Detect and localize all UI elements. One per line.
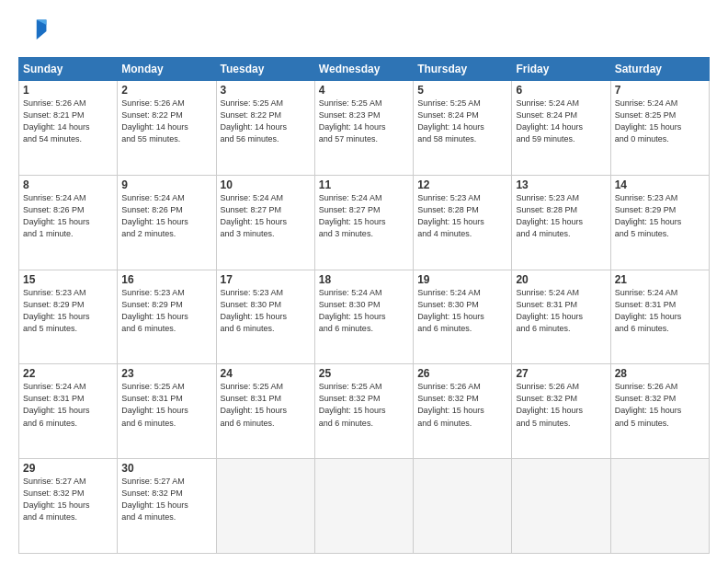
calendar-cell: 24Sunrise: 5:25 AMSunset: 8:31 PMDayligh…: [216, 364, 314, 459]
day-number: 26: [417, 367, 507, 380]
day-number: 12: [417, 178, 507, 191]
calendar-cell: 20Sunrise: 5:24 AMSunset: 8:31 PMDayligh…: [512, 270, 610, 364]
day-info: Sunrise: 5:23 AMSunset: 8:30 PMDaylight:…: [221, 287, 311, 335]
day-number: 7: [615, 84, 705, 97]
calendar-page: Sunday Monday Tuesday Wednesday Thursday…: [0, 0, 728, 563]
day-number: 14: [615, 178, 705, 191]
day-number: 6: [516, 84, 606, 97]
calendar-cell: 27Sunrise: 5:26 AMSunset: 8:32 PMDayligh…: [512, 364, 610, 459]
day-number: 30: [121, 462, 211, 475]
day-number: 19: [417, 273, 507, 286]
calendar-row: 1Sunrise: 5:26 AMSunset: 8:21 PMDaylight…: [19, 81, 710, 176]
calendar-cell: 6Sunrise: 5:24 AMSunset: 8:24 PMDaylight…: [512, 81, 610, 176]
day-number: 17: [221, 273, 311, 286]
day-info: Sunrise: 5:24 AMSunset: 8:27 PMDaylight:…: [319, 192, 409, 240]
day-number: 20: [516, 273, 606, 286]
calendar-cell: 2Sunrise: 5:26 AMSunset: 8:22 PMDaylight…: [118, 81, 216, 176]
calendar-cell: 10Sunrise: 5:24 AMSunset: 8:27 PMDayligh…: [216, 175, 314, 270]
day-info: Sunrise: 5:24 AMSunset: 8:26 PMDaylight:…: [23, 192, 113, 240]
day-number: 21: [615, 273, 705, 286]
calendar-cell: [610, 459, 709, 554]
calendar-cell: 15Sunrise: 5:23 AMSunset: 8:29 PMDayligh…: [19, 270, 118, 364]
header: [18, 17, 710, 50]
day-info: Sunrise: 5:25 AMSunset: 8:32 PMDaylight:…: [319, 381, 409, 429]
calendar-cell: 1Sunrise: 5:26 AMSunset: 8:21 PMDaylight…: [19, 81, 118, 176]
header-thursday: Thursday: [414, 58, 512, 81]
day-number: 18: [319, 273, 409, 286]
day-number: 10: [221, 178, 311, 191]
calendar-cell: 28Sunrise: 5:26 AMSunset: 8:32 PMDayligh…: [610, 364, 709, 459]
day-info: Sunrise: 5:24 AMSunset: 8:25 PMDaylight:…: [615, 98, 705, 145]
weekday-header-row: Sunday Monday Tuesday Wednesday Thursday…: [19, 58, 710, 81]
calendar-cell: 26Sunrise: 5:26 AMSunset: 8:32 PMDayligh…: [414, 364, 512, 459]
calendar-cell: 9Sunrise: 5:24 AMSunset: 8:26 PMDaylight…: [118, 175, 216, 270]
day-number: 11: [319, 178, 409, 191]
calendar-cell: 3Sunrise: 5:25 AMSunset: 8:22 PMDaylight…: [216, 81, 314, 176]
day-number: 25: [319, 367, 409, 380]
header-friday: Friday: [512, 58, 610, 81]
day-info: Sunrise: 5:26 AMSunset: 8:32 PMDaylight:…: [516, 381, 606, 429]
header-wednesday: Wednesday: [314, 58, 413, 81]
calendar-cell: 21Sunrise: 5:24 AMSunset: 8:31 PMDayligh…: [610, 270, 709, 364]
header-sunday: Sunday: [19, 58, 118, 81]
calendar-cell: 8Sunrise: 5:24 AMSunset: 8:26 PMDaylight…: [19, 175, 118, 270]
day-info: Sunrise: 5:26 AMSunset: 8:22 PMDaylight:…: [121, 98, 211, 145]
calendar-cell: 4Sunrise: 5:25 AMSunset: 8:23 PMDaylight…: [314, 81, 413, 176]
day-number: 13: [516, 178, 606, 191]
day-number: 28: [615, 367, 705, 380]
day-number: 2: [121, 84, 211, 97]
day-number: 29: [23, 462, 113, 475]
day-number: 8: [23, 178, 113, 191]
day-info: Sunrise: 5:27 AMSunset: 8:32 PMDaylight:…: [23, 476, 113, 523]
header-saturday: Saturday: [610, 58, 709, 81]
day-number: 9: [121, 178, 211, 191]
day-number: 27: [516, 367, 606, 380]
day-info: Sunrise: 5:24 AMSunset: 8:31 PMDaylight:…: [23, 381, 113, 429]
calendar-cell: 23Sunrise: 5:25 AMSunset: 8:31 PMDayligh…: [118, 364, 216, 459]
day-info: Sunrise: 5:24 AMSunset: 8:30 PMDaylight:…: [319, 287, 409, 335]
calendar-cell: 29Sunrise: 5:27 AMSunset: 8:32 PMDayligh…: [19, 459, 118, 554]
calendar-cell: [414, 459, 512, 554]
day-number: 23: [121, 367, 211, 380]
calendar-cell: [512, 459, 610, 554]
day-info: Sunrise: 5:23 AMSunset: 8:28 PMDaylight:…: [516, 192, 606, 240]
day-number: 4: [319, 84, 409, 97]
calendar-cell: 17Sunrise: 5:23 AMSunset: 8:30 PMDayligh…: [216, 270, 314, 364]
day-info: Sunrise: 5:23 AMSunset: 8:29 PMDaylight:…: [23, 287, 113, 335]
day-info: Sunrise: 5:24 AMSunset: 8:30 PMDaylight:…: [417, 287, 507, 335]
calendar-cell: 14Sunrise: 5:23 AMSunset: 8:29 PMDayligh…: [610, 175, 709, 270]
calendar-cell: 19Sunrise: 5:24 AMSunset: 8:30 PMDayligh…: [414, 270, 512, 364]
day-number: 16: [121, 273, 211, 286]
day-info: Sunrise: 5:25 AMSunset: 8:24 PMDaylight:…: [417, 98, 507, 145]
calendar-row: 15Sunrise: 5:23 AMSunset: 8:29 PMDayligh…: [19, 270, 710, 364]
calendar-row: 29Sunrise: 5:27 AMSunset: 8:32 PMDayligh…: [19, 459, 710, 554]
calendar-cell: 11Sunrise: 5:24 AMSunset: 8:27 PMDayligh…: [314, 175, 413, 270]
calendar-cell: 7Sunrise: 5:24 AMSunset: 8:25 PMDaylight…: [610, 81, 709, 176]
calendar-row: 22Sunrise: 5:24 AMSunset: 8:31 PMDayligh…: [19, 364, 710, 459]
day-info: Sunrise: 5:23 AMSunset: 8:28 PMDaylight:…: [417, 192, 507, 240]
day-info: Sunrise: 5:25 AMSunset: 8:31 PMDaylight:…: [221, 381, 311, 429]
day-number: 22: [23, 367, 113, 380]
calendar-cell: [314, 459, 413, 554]
calendar-cell: 22Sunrise: 5:24 AMSunset: 8:31 PMDayligh…: [19, 364, 118, 459]
day-info: Sunrise: 5:27 AMSunset: 8:32 PMDaylight:…: [121, 476, 211, 523]
day-info: Sunrise: 5:23 AMSunset: 8:29 PMDaylight:…: [615, 192, 705, 240]
day-info: Sunrise: 5:25 AMSunset: 8:31 PMDaylight:…: [121, 381, 211, 429]
calendar-cell: 30Sunrise: 5:27 AMSunset: 8:32 PMDayligh…: [118, 459, 216, 554]
day-info: Sunrise: 5:25 AMSunset: 8:22 PMDaylight:…: [221, 98, 311, 145]
calendar-cell: 13Sunrise: 5:23 AMSunset: 8:28 PMDayligh…: [512, 175, 610, 270]
calendar-cell: 5Sunrise: 5:25 AMSunset: 8:24 PMDaylight…: [414, 81, 512, 176]
day-info: Sunrise: 5:24 AMSunset: 8:24 PMDaylight:…: [516, 98, 606, 145]
logo-icon: [20, 17, 50, 46]
calendar-cell: 16Sunrise: 5:23 AMSunset: 8:29 PMDayligh…: [118, 270, 216, 364]
day-info: Sunrise: 5:26 AMSunset: 8:21 PMDaylight:…: [23, 98, 113, 145]
day-number: 15: [23, 273, 113, 286]
day-info: Sunrise: 5:24 AMSunset: 8:27 PMDaylight:…: [221, 192, 311, 240]
calendar-table: Sunday Monday Tuesday Wednesday Thursday…: [18, 57, 710, 554]
day-info: Sunrise: 5:24 AMSunset: 8:26 PMDaylight:…: [121, 192, 211, 240]
day-info: Sunrise: 5:23 AMSunset: 8:29 PMDaylight:…: [121, 287, 211, 335]
day-info: Sunrise: 5:24 AMSunset: 8:31 PMDaylight:…: [516, 287, 606, 335]
calendar-row: 8Sunrise: 5:24 AMSunset: 8:26 PMDaylight…: [19, 175, 710, 270]
calendar-cell: 25Sunrise: 5:25 AMSunset: 8:32 PMDayligh…: [314, 364, 413, 459]
day-info: Sunrise: 5:26 AMSunset: 8:32 PMDaylight:…: [417, 381, 507, 429]
